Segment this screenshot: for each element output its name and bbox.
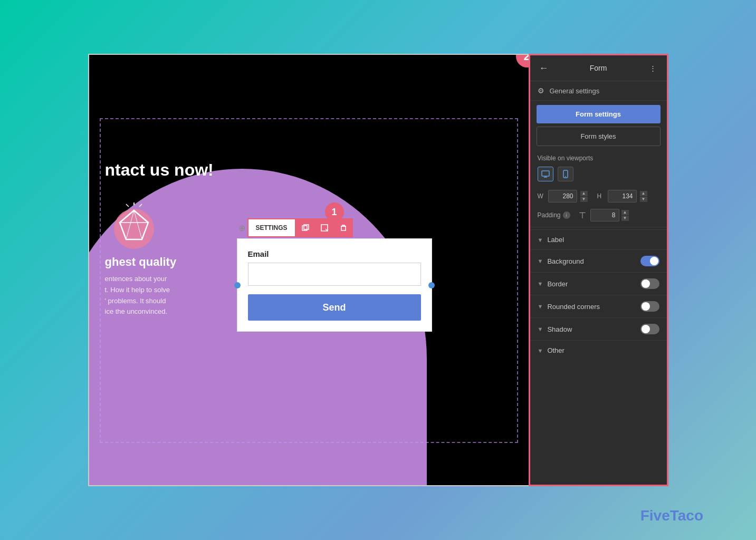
panel-header: ← Form ⋮ [530, 55, 667, 81]
canvas-body-text: entences about yourt. How it help to sol… [105, 274, 221, 317]
border-toggle[interactable] [640, 278, 659, 289]
svg-line-7 [126, 204, 129, 207]
tab-form-styles[interactable]: Form styles [537, 127, 661, 146]
chevron-shadow-icon: ▼ [538, 326, 543, 332]
diamond-icon [110, 202, 158, 250]
section-shadow-row[interactable]: ▼ Shadow [530, 317, 667, 340]
chevron-border-icon: ▼ [538, 281, 543, 287]
email-input[interactable] [248, 263, 421, 286]
padding-spinners: ▲ ▼ [621, 210, 629, 221]
brand-name-part1: Five [640, 507, 670, 524]
submit-button[interactable]: Send [248, 294, 421, 321]
height-spinners: ▲ ▼ [640, 191, 647, 202]
brand-logo: FiveTaco [640, 507, 703, 524]
background-toggle[interactable] [640, 256, 659, 266]
panel-menu-button[interactable]: ⋮ [646, 61, 661, 75]
width-input[interactable] [548, 190, 577, 202]
resize-dot-right[interactable] [428, 282, 435, 288]
width-down-btn[interactable]: ▼ [580, 197, 588, 202]
width-spinners: ▲ ▼ [580, 191, 588, 202]
section-border-text: Border [547, 280, 640, 288]
width-label: W [538, 192, 545, 200]
section-other-text: Other [547, 346, 659, 354]
chevron-other-icon: ▼ [538, 348, 543, 354]
section-rounded-text: Rounded corners [547, 303, 640, 311]
height-input[interactable] [608, 190, 637, 202]
gear-icon: ⚙ [538, 86, 544, 95]
canvas-content: ntact us now! ghest quality [89, 55, 529, 485]
rounded-toggle-knob [642, 302, 650, 311]
svg-point-0 [114, 209, 154, 249]
height-label: H [597, 192, 605, 200]
padding-row: Padding i ⊤ ▲ ▼ [530, 206, 667, 225]
resize-icon-btn[interactable] [315, 218, 334, 237]
canvas-headline: ntact us now! [105, 160, 214, 180]
move-handle[interactable]: ⊕ [237, 218, 247, 237]
padding-input[interactable] [590, 209, 619, 221]
padding-up-btn[interactable]: ▲ [621, 210, 629, 215]
section-other-row[interactable]: ▼ Other [530, 340, 667, 360]
settings-button[interactable]: SETTINGS [247, 218, 296, 237]
canvas-area: 2 ntact us now! g [88, 54, 529, 486]
border-toggle-knob [642, 279, 650, 288]
height-up-btn[interactable]: ▲ [640, 191, 647, 196]
section-label-text: Label [547, 236, 659, 244]
padding-icon: ⊤ [579, 210, 586, 220]
svg-rect-13 [542, 171, 549, 176]
section-background-row[interactable]: ▼ Background [530, 249, 667, 272]
divider-1 [530, 227, 667, 227]
canvas-quality-title: ghest quality [105, 255, 177, 269]
section-rounded-corners-row[interactable]: ▼ Rounded corners [530, 295, 667, 317]
form-toolbar: 1 ⊕ SETTINGS [237, 218, 432, 237]
general-settings-row[interactable]: ⚙ General settings [530, 81, 667, 101]
form-widget-container: 1 ⊕ SETTINGS Em [237, 218, 432, 332]
chevron-label-icon: ▼ [538, 237, 543, 243]
viewport-label: Visible on viewports [530, 149, 667, 165]
dimension-row: W ▲ ▼ H ▲ ▼ [530, 187, 667, 206]
section-label-row[interactable]: ▼ Label [530, 229, 667, 249]
padding-down-btn[interactable]: ▼ [621, 216, 629, 221]
rounded-toggle[interactable] [640, 301, 659, 312]
viewport-buttons [530, 165, 667, 187]
mobile-viewport-btn[interactable] [558, 167, 573, 181]
panel-title: Form [551, 64, 646, 72]
duplicate-icon-btn[interactable] [296, 218, 315, 237]
general-settings-label: General settings [550, 87, 600, 95]
desktop-viewport-btn[interactable] [538, 167, 553, 181]
section-background-text: Background [547, 257, 640, 265]
svg-point-17 [565, 176, 566, 177]
shadow-toggle-knob [642, 325, 650, 333]
background-toggle-knob [650, 257, 658, 265]
svg-rect-12 [341, 226, 346, 230]
badge-1: 1 [325, 202, 344, 221]
chevron-rounded-icon: ▼ [538, 303, 543, 310]
padding-info-icon: i [563, 211, 570, 219]
section-border-row[interactable]: ▼ Border [530, 272, 667, 295]
form-card: Email Send [237, 238, 432, 332]
padding-label: Padding i [538, 211, 570, 219]
svg-line-6 [139, 204, 142, 207]
right-panel: ← Form ⋮ ⚙ General settings Form setting… [529, 54, 668, 486]
shadow-toggle[interactable] [640, 324, 659, 334]
width-up-btn[interactable]: ▲ [580, 191, 588, 196]
section-shadow-text: Shadow [547, 325, 640, 333]
resize-dot-left[interactable] [234, 282, 241, 288]
chevron-background-icon: ▼ [538, 258, 543, 264]
panel-back-button[interactable]: ← [537, 61, 551, 75]
email-label: Email [248, 249, 421, 258]
brand-name-part2: Taco [670, 507, 703, 524]
height-down-btn[interactable]: ▼ [640, 197, 647, 202]
tab-form-settings[interactable]: Form settings [537, 105, 661, 123]
